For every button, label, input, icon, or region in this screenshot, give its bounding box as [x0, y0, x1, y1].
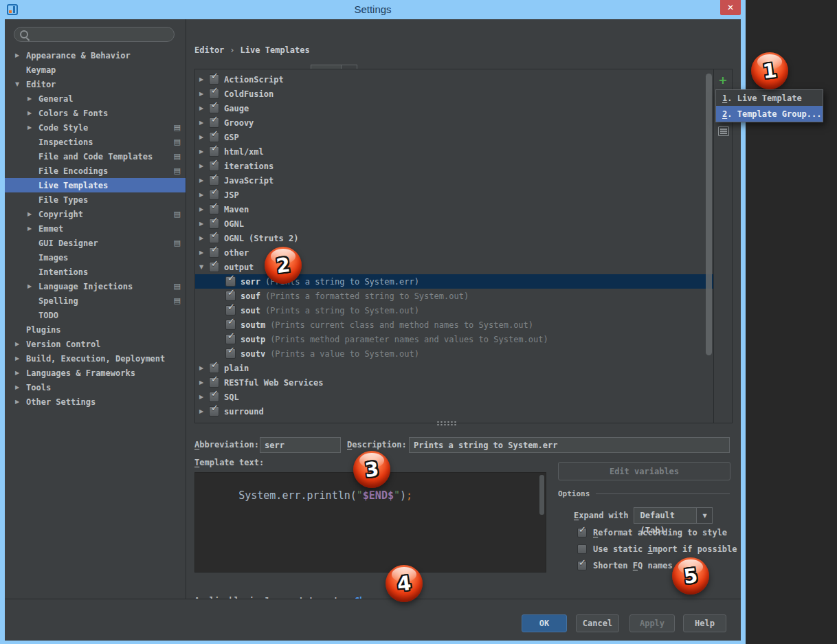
group-checkbox[interactable]: [209, 103, 219, 113]
template-checkbox[interactable]: [225, 348, 236, 359]
template-group-row[interactable]: surround: [195, 404, 714, 419]
sidebar-item-spelling[interactable]: Spelling▤: [5, 293, 186, 308]
group-checkbox[interactable]: [209, 146, 219, 157]
template-row-souf[interactable]: souf(Prints a formatted string to System…: [195, 289, 714, 303]
reformat-checkbox-row[interactable]: Reformat according to style: [577, 528, 727, 537]
sidebar-item-live-templates[interactable]: Live Templates: [5, 178, 186, 192]
sidebar-item-file-and-code-templates[interactable]: File and Code Templates▤: [5, 149, 186, 164]
abbreviation-input[interactable]: [260, 437, 341, 453]
group-checkbox[interactable]: [209, 406, 219, 417]
settings-search-box[interactable]: [14, 27, 175, 42]
sidebar-item-other-settings[interactable]: Other Settings: [5, 395, 186, 409]
template-checkbox[interactable]: [225, 276, 236, 287]
list-icon[interactable]: [718, 126, 729, 136]
template-group-row[interactable]: plain: [195, 361, 714, 375]
edit-variables-button[interactable]: Edit variables: [558, 462, 730, 480]
group-checkbox[interactable]: [209, 161, 219, 171]
sidebar-item-file-types[interactable]: File Types: [5, 192, 186, 207]
checkbox[interactable]: [577, 544, 587, 554]
sidebar-item-gui-designer[interactable]: GUI Designer▤: [5, 236, 186, 250]
template-group-row[interactable]: ColdFusion: [195, 87, 714, 101]
list-scrollbar[interactable]: [706, 74, 712, 355]
sidebar-item-inspections[interactable]: Inspections▤: [5, 135, 186, 149]
template-group-row[interactable]: GSP: [195, 130, 714, 144]
template-row-soutp[interactable]: soutp(Prints method parameter names and …: [195, 332, 714, 346]
group-checkbox[interactable]: [209, 233, 219, 243]
sidebar-item-todo[interactable]: TODO: [5, 308, 186, 322]
group-checkbox[interactable]: [209, 204, 219, 214]
add-icon[interactable]: +: [717, 74, 728, 87]
sidebar-item-tools[interactable]: Tools: [5, 380, 186, 395]
ok-button[interactable]: OK: [522, 614, 567, 632]
shorten-fq-checkbox-row[interactable]: Shorten FQ names: [577, 561, 673, 570]
popup-item-template-group[interactable]: 2. Template Group...: [716, 106, 823, 122]
chevron-down-icon: ▼: [696, 508, 712, 523]
group-checkbox[interactable]: [209, 219, 219, 229]
template-group-row[interactable]: iterations: [195, 159, 714, 173]
group-checkbox[interactable]: [209, 74, 219, 85]
template-group-row[interactable]: JavaScript: [195, 173, 714, 188]
sidebar-item-languages-frameworks[interactable]: Languages & Frameworks: [5, 366, 186, 380]
close-button[interactable]: ✕: [720, 0, 741, 15]
sidebar-item-general[interactable]: General: [5, 91, 186, 106]
group-checkbox[interactable]: [209, 262, 219, 272]
description-input[interactable]: [409, 437, 730, 453]
cancel-button[interactable]: Cancel: [576, 614, 619, 632]
sidebar-item-copyright[interactable]: Copyright▤: [5, 207, 186, 221]
template-group-row[interactable]: html/xml: [195, 144, 714, 159]
template-checkbox[interactable]: [225, 334, 236, 344]
sidebar-item-images[interactable]: Images: [5, 250, 186, 265]
breadcrumb-live-templates: Live Templates: [241, 45, 310, 55]
chevron-right-icon: [199, 105, 209, 111]
editor-scrollbar[interactable]: [539, 475, 544, 515]
title-bar[interactable]: Settings ✕: [0, 0, 746, 19]
sidebar-item-file-encodings[interactable]: File Encodings▤: [5, 164, 186, 178]
template-group-row[interactable]: ActionScript: [195, 72, 714, 87]
group-checkbox[interactable]: [209, 363, 219, 373]
group-checkbox[interactable]: [209, 190, 219, 200]
sidebar-item-colors-fonts[interactable]: Colors & Fonts: [5, 106, 186, 120]
template-group-row[interactable]: Maven: [195, 202, 714, 216]
template-group-row[interactable]: JSP: [195, 188, 714, 202]
checkbox[interactable]: [577, 528, 587, 537]
template-checkbox[interactable]: [225, 305, 236, 315]
template-row-soutv[interactable]: soutv(Prints a value to System.out): [195, 346, 714, 361]
sidebar-item-plugins[interactable]: Plugins: [5, 322, 186, 337]
template-group-row[interactable]: SQL: [195, 390, 714, 404]
template-checkbox[interactable]: [225, 291, 236, 301]
template-text-label: Template text:: [194, 458, 264, 467]
group-checkbox[interactable]: [209, 132, 219, 142]
apply-button[interactable]: Apply: [629, 614, 675, 632]
sidebar-item-language-injections[interactable]: Language Injections▤: [5, 279, 186, 293]
sidebar-item-appearance-behavior[interactable]: Appearance & Behavior: [5, 48, 186, 63]
group-checkbox[interactable]: [209, 377, 219, 388]
template-row-sout[interactable]: sout(Prints a string to System.out): [195, 303, 714, 318]
list-toolbar: +: [713, 69, 732, 423]
static-import-checkbox-row[interactable]: Use static import if possible: [577, 544, 737, 554]
template-group-row[interactable]: RESTful Web Services: [195, 375, 714, 390]
help-button[interactable]: Help: [683, 614, 726, 632]
group-checkbox[interactable]: [209, 89, 219, 99]
group-checkbox[interactable]: [209, 247, 219, 258]
sidebar-item-version-control[interactable]: Version Control: [5, 337, 186, 351]
group-checkbox[interactable]: [209, 175, 219, 186]
group-checkbox[interactable]: [209, 118, 219, 128]
sidebar-item-code-style[interactable]: Code Style▤: [5, 120, 186, 135]
popup-item-live-template[interactable]: 1. Live Template: [716, 90, 823, 106]
template-group-row[interactable]: Gauge: [195, 101, 714, 115]
sidebar-item-build-execution-deployment[interactable]: Build, Execution, Deployment: [5, 351, 186, 366]
group-checkbox[interactable]: [209, 392, 219, 402]
sidebar-item-editor[interactable]: Editor: [5, 77, 186, 91]
expand-with-combobox[interactable]: Default (Tab) ▼: [634, 507, 713, 524]
template-group-row[interactable]: Groovy: [195, 115, 714, 130]
template-group-row[interactable]: OGNL (Struts 2): [195, 231, 714, 245]
sidebar-item-keymap[interactable]: Keymap: [5, 63, 186, 77]
sidebar-item-intentions[interactable]: Intentions: [5, 265, 186, 279]
template-row-soutm[interactable]: soutm(Prints current class and method na…: [195, 318, 714, 332]
search-input[interactable]: [33, 29, 168, 40]
template-group-row[interactable]: OGNL: [195, 216, 714, 231]
template-checkbox[interactable]: [225, 320, 236, 330]
splitter-handle[interactable]: [436, 421, 457, 426]
sidebar-item-emmet[interactable]: Emmet: [5, 221, 186, 236]
checkbox[interactable]: [577, 561, 587, 570]
